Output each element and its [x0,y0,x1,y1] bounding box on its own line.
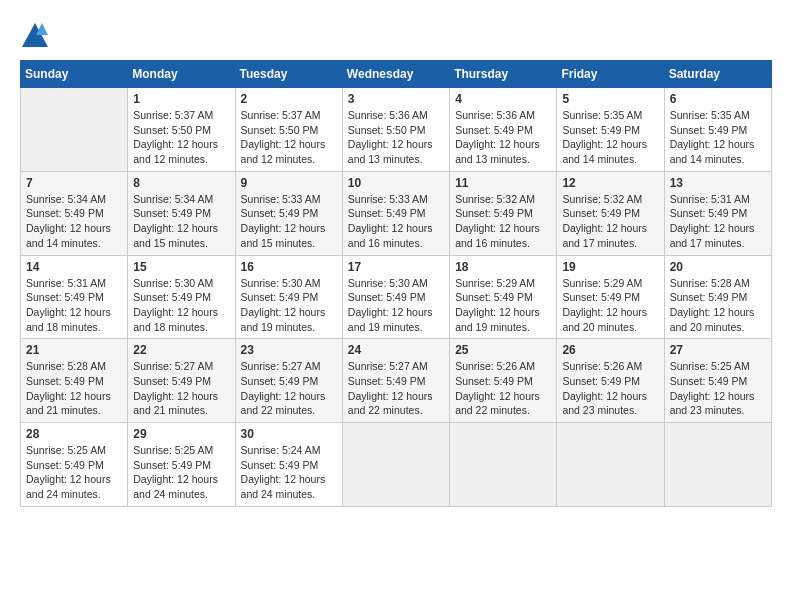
calendar-cell: 16Sunrise: 5:30 AMSunset: 5:49 PMDayligh… [235,255,342,339]
day-number: 3 [348,92,444,106]
calendar-cell: 2Sunrise: 5:37 AMSunset: 5:50 PMDaylight… [235,88,342,172]
calendar-cell [557,423,664,507]
calendar-cell: 10Sunrise: 5:33 AMSunset: 5:49 PMDayligh… [342,171,449,255]
calendar-cell: 24Sunrise: 5:27 AMSunset: 5:49 PMDayligh… [342,339,449,423]
day-info: Sunrise: 5:30 AMSunset: 5:49 PMDaylight:… [133,276,229,335]
day-number: 26 [562,343,658,357]
weekday-header-saturday: Saturday [664,61,771,88]
day-number: 13 [670,176,766,190]
day-number: 17 [348,260,444,274]
day-info: Sunrise: 5:28 AMSunset: 5:49 PMDaylight:… [670,276,766,335]
day-number: 10 [348,176,444,190]
day-number: 30 [241,427,337,441]
calendar-cell: 20Sunrise: 5:28 AMSunset: 5:49 PMDayligh… [664,255,771,339]
calendar-cell: 28Sunrise: 5:25 AMSunset: 5:49 PMDayligh… [21,423,128,507]
day-number: 24 [348,343,444,357]
calendar-table: SundayMondayTuesdayWednesdayThursdayFrid… [20,60,772,507]
day-info: Sunrise: 5:30 AMSunset: 5:49 PMDaylight:… [348,276,444,335]
day-number: 19 [562,260,658,274]
day-number: 21 [26,343,122,357]
day-info: Sunrise: 5:29 AMSunset: 5:49 PMDaylight:… [455,276,551,335]
day-info: Sunrise: 5:35 AMSunset: 5:49 PMDaylight:… [562,108,658,167]
calendar-cell: 5Sunrise: 5:35 AMSunset: 5:49 PMDaylight… [557,88,664,172]
day-info: Sunrise: 5:27 AMSunset: 5:49 PMDaylight:… [133,359,229,418]
day-info: Sunrise: 5:26 AMSunset: 5:49 PMDaylight:… [562,359,658,418]
day-number: 22 [133,343,229,357]
day-info: Sunrise: 5:37 AMSunset: 5:50 PMDaylight:… [241,108,337,167]
day-info: Sunrise: 5:36 AMSunset: 5:49 PMDaylight:… [455,108,551,167]
calendar-week-row: 7Sunrise: 5:34 AMSunset: 5:49 PMDaylight… [21,171,772,255]
day-number: 29 [133,427,229,441]
day-number: 28 [26,427,122,441]
day-number: 11 [455,176,551,190]
calendar-cell: 21Sunrise: 5:28 AMSunset: 5:49 PMDayligh… [21,339,128,423]
day-number: 18 [455,260,551,274]
weekday-header-sunday: Sunday [21,61,128,88]
day-number: 12 [562,176,658,190]
day-info: Sunrise: 5:30 AMSunset: 5:49 PMDaylight:… [241,276,337,335]
calendar-cell [21,88,128,172]
calendar-cell: 26Sunrise: 5:26 AMSunset: 5:49 PMDayligh… [557,339,664,423]
calendar-week-row: 28Sunrise: 5:25 AMSunset: 5:49 PMDayligh… [21,423,772,507]
calendar-cell: 9Sunrise: 5:33 AMSunset: 5:49 PMDaylight… [235,171,342,255]
day-info: Sunrise: 5:26 AMSunset: 5:49 PMDaylight:… [455,359,551,418]
weekday-header-friday: Friday [557,61,664,88]
calendar-cell: 1Sunrise: 5:37 AMSunset: 5:50 PMDaylight… [128,88,235,172]
calendar-cell: 22Sunrise: 5:27 AMSunset: 5:49 PMDayligh… [128,339,235,423]
calendar-cell: 8Sunrise: 5:34 AMSunset: 5:49 PMDaylight… [128,171,235,255]
day-info: Sunrise: 5:24 AMSunset: 5:49 PMDaylight:… [241,443,337,502]
page-header [20,20,772,50]
day-number: 15 [133,260,229,274]
day-info: Sunrise: 5:29 AMSunset: 5:49 PMDaylight:… [562,276,658,335]
day-info: Sunrise: 5:27 AMSunset: 5:49 PMDaylight:… [241,359,337,418]
weekday-header-monday: Monday [128,61,235,88]
day-number: 5 [562,92,658,106]
day-info: Sunrise: 5:34 AMSunset: 5:49 PMDaylight:… [26,192,122,251]
day-number: 2 [241,92,337,106]
day-number: 4 [455,92,551,106]
calendar-cell: 17Sunrise: 5:30 AMSunset: 5:49 PMDayligh… [342,255,449,339]
day-info: Sunrise: 5:34 AMSunset: 5:49 PMDaylight:… [133,192,229,251]
day-info: Sunrise: 5:32 AMSunset: 5:49 PMDaylight:… [562,192,658,251]
day-info: Sunrise: 5:25 AMSunset: 5:49 PMDaylight:… [133,443,229,502]
calendar-week-row: 1Sunrise: 5:37 AMSunset: 5:50 PMDaylight… [21,88,772,172]
day-info: Sunrise: 5:33 AMSunset: 5:49 PMDaylight:… [348,192,444,251]
day-info: Sunrise: 5:35 AMSunset: 5:49 PMDaylight:… [670,108,766,167]
day-number: 16 [241,260,337,274]
calendar-cell [342,423,449,507]
calendar-cell [450,423,557,507]
calendar-cell: 25Sunrise: 5:26 AMSunset: 5:49 PMDayligh… [450,339,557,423]
calendar-cell: 30Sunrise: 5:24 AMSunset: 5:49 PMDayligh… [235,423,342,507]
weekday-header-wednesday: Wednesday [342,61,449,88]
calendar-cell: 19Sunrise: 5:29 AMSunset: 5:49 PMDayligh… [557,255,664,339]
day-number: 7 [26,176,122,190]
calendar-cell: 11Sunrise: 5:32 AMSunset: 5:49 PMDayligh… [450,171,557,255]
day-info: Sunrise: 5:36 AMSunset: 5:50 PMDaylight:… [348,108,444,167]
day-info: Sunrise: 5:31 AMSunset: 5:49 PMDaylight:… [26,276,122,335]
calendar-header-row: SundayMondayTuesdayWednesdayThursdayFrid… [21,61,772,88]
day-info: Sunrise: 5:27 AMSunset: 5:49 PMDaylight:… [348,359,444,418]
calendar-cell [664,423,771,507]
calendar-cell: 23Sunrise: 5:27 AMSunset: 5:49 PMDayligh… [235,339,342,423]
day-info: Sunrise: 5:32 AMSunset: 5:49 PMDaylight:… [455,192,551,251]
day-info: Sunrise: 5:31 AMSunset: 5:49 PMDaylight:… [670,192,766,251]
calendar-week-row: 14Sunrise: 5:31 AMSunset: 5:49 PMDayligh… [21,255,772,339]
logo [20,20,54,50]
calendar-week-row: 21Sunrise: 5:28 AMSunset: 5:49 PMDayligh… [21,339,772,423]
day-number: 23 [241,343,337,357]
calendar-cell: 12Sunrise: 5:32 AMSunset: 5:49 PMDayligh… [557,171,664,255]
weekday-header-thursday: Thursday [450,61,557,88]
day-number: 14 [26,260,122,274]
calendar-cell: 3Sunrise: 5:36 AMSunset: 5:50 PMDaylight… [342,88,449,172]
calendar-cell: 13Sunrise: 5:31 AMSunset: 5:49 PMDayligh… [664,171,771,255]
calendar-cell: 29Sunrise: 5:25 AMSunset: 5:49 PMDayligh… [128,423,235,507]
calendar-cell: 18Sunrise: 5:29 AMSunset: 5:49 PMDayligh… [450,255,557,339]
day-info: Sunrise: 5:33 AMSunset: 5:49 PMDaylight:… [241,192,337,251]
day-info: Sunrise: 5:25 AMSunset: 5:49 PMDaylight:… [670,359,766,418]
day-number: 25 [455,343,551,357]
calendar-cell: 4Sunrise: 5:36 AMSunset: 5:49 PMDaylight… [450,88,557,172]
weekday-header-tuesday: Tuesday [235,61,342,88]
day-info: Sunrise: 5:28 AMSunset: 5:49 PMDaylight:… [26,359,122,418]
day-number: 20 [670,260,766,274]
day-number: 8 [133,176,229,190]
